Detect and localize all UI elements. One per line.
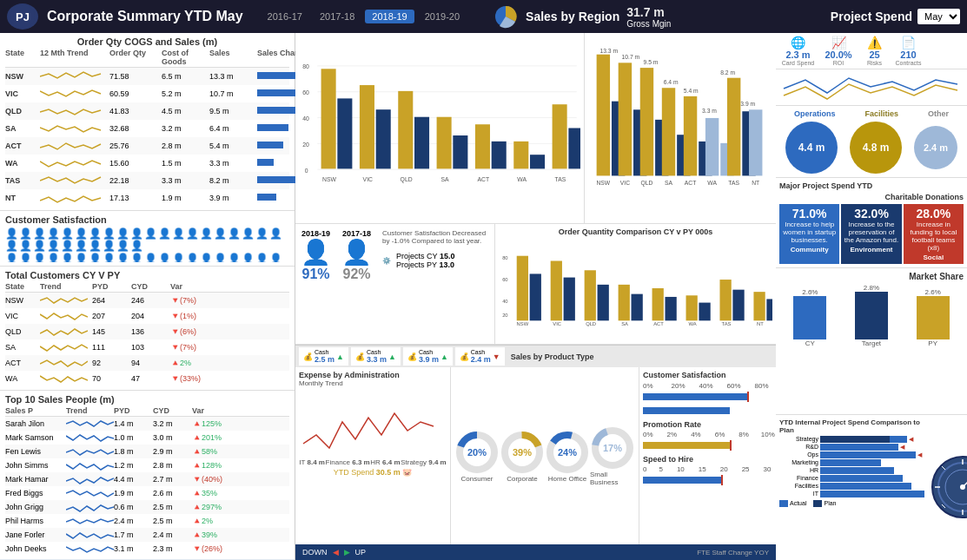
svg-text:20%: 20% <box>467 447 487 458</box>
cash-val-2: 3.3 m <box>367 355 387 364</box>
ytd-bar-strategy: Strategy ◀ <box>779 436 924 443</box>
corporate-label: Corporate <box>507 475 538 483</box>
svg-rect-33 <box>553 104 567 168</box>
total-cust-title: Total Customers CY V PY <box>5 270 289 280</box>
ytd-cat-it: IT <box>779 491 818 497</box>
svg-text:PJ: PJ <box>16 10 30 23</box>
sales-sa: 6.4 m <box>209 124 257 133</box>
svg-rect-52 <box>619 63 632 175</box>
cog-nt: 1.9 m <box>162 194 209 202</box>
tc-var-wa: 🔻(33%) <box>170 374 209 383</box>
donations-container: 71.0% Increase to help women in startup … <box>779 204 964 264</box>
t10-cyd-10: 2.3 m <box>153 544 192 553</box>
svg-text:40: 40 <box>502 299 507 304</box>
orderqty-vic: 60.59 <box>109 89 162 98</box>
year-2019[interactable]: 2019-20 <box>418 10 467 23</box>
ytd-bar-mkt: Marketing <box>779 459 924 466</box>
cash-icon-4: 💰 <box>460 352 469 361</box>
t10-name-3: Fen Lewis <box>5 447 66 456</box>
t10-cyd-3: 2.9 m <box>153 447 192 456</box>
cash-item-2: 💰 Cash3.3 m ▲ <box>351 347 401 366</box>
cash-up-2: ▲ <box>388 352 396 361</box>
svg-rect-64 <box>749 109 762 175</box>
table-header: State 12 Mth Trend Order Qty Cost of Goo… <box>5 49 289 68</box>
people-row-blue: 👤👤👤👤👤👤👤👤👤👤👤👤👤👤👤👤👤👤👤👤👤👤👤👤👤👤👤👤👤👤 <box>5 227 289 252</box>
svg-text:VIC: VIC <box>553 321 561 326</box>
svg-rect-25 <box>398 91 413 169</box>
cash-item-1: 💰 Cash2.5 m ▲ <box>299 347 348 366</box>
middle-bottom-row: 💰 Cash2.5 m ▲ 💰 Cash3.3 m ▲ 💰 Cash3.9 m … <box>295 346 776 560</box>
expense-labels: IT 8.4 m Finance 6.3 m HR 6.4 m Strategy… <box>299 458 447 466</box>
t10-pyd-6: 1.9 m <box>114 489 153 497</box>
svg-rect-28 <box>453 135 467 168</box>
tc-state-qld: QLD <box>5 327 40 336</box>
list-item: ACT 92 94 🔺2% <box>5 355 289 371</box>
sales-nsw: 13.3 m <box>209 72 257 81</box>
t10-name-7: John Grigg <box>5 503 66 511</box>
year-2016[interactable]: 2016-17 <box>261 10 309 23</box>
ytd-bar-actual-mkt <box>820 459 881 466</box>
down-up-bar: DOWN ◀ ▶ UP FTE Staff Change YOY <box>295 544 776 560</box>
tc-cyd-nsw: 246 <box>131 296 170 305</box>
trend-lines-area <box>776 69 967 106</box>
other-circle: 2.4 m <box>914 126 957 169</box>
svg-text:NT: NT <box>757 321 764 326</box>
t10-var-8: 🔺2% <box>192 517 235 525</box>
world-icon: 🌐 <box>791 36 805 49</box>
svg-text:VIC: VIC <box>363 176 373 182</box>
fte-label: FTE Staff Change YOY <box>697 549 769 557</box>
t10-var-9: 🔺39% <box>192 530 235 539</box>
svg-text:5.4 m: 5.4 m <box>684 88 699 94</box>
finance-label: Finance 6.3 m <box>326 458 370 466</box>
svg-text:6.4 m: 6.4 m <box>664 79 679 85</box>
state-wa: WA <box>5 159 40 168</box>
t10-cyd-7: 2.5 m <box>153 503 192 511</box>
svg-rect-29 <box>475 124 490 168</box>
region-chart-svg: 13.3 m 10.7 m 9.5 m 6.4 m 5.4 m 3.3 m 8.… <box>588 36 772 220</box>
svg-text:24%: 24% <box>558 447 577 458</box>
ytd-bar-actual-ops <box>820 451 916 458</box>
list-item: John Deeks 3.1 m 2.3 m 🔻(26%) <box>5 542 289 556</box>
list-item: Jane Forler 1.7 m 2.4 m 🔺39% <box>5 528 289 542</box>
t10-name-6: Fred Biggs <box>5 489 66 497</box>
list-item: Fred Biggs 1.9 m 2.6 m 🔺35% <box>5 486 289 500</box>
gross-mgin-value: 31.7 m <box>626 5 671 19</box>
svg-rect-82 <box>598 285 609 320</box>
gauge-section <box>928 418 967 557</box>
svg-rect-7 <box>257 142 283 148</box>
svg-text:NT: NT <box>752 180 759 186</box>
sparkline-qld <box>40 103 109 119</box>
svg-rect-58 <box>684 96 697 176</box>
t10-col-cyd: CYD <box>153 406 192 415</box>
month-selector[interactable]: MayJunJul <box>917 9 960 24</box>
csat-bar-1 <box>643 392 773 402</box>
cash-icon-3: 💰 <box>407 352 417 361</box>
donut-consumer-svg: 20% <box>454 430 500 475</box>
tc-col-state: State <box>5 282 40 291</box>
target-bar: 2.8% Target <box>855 284 888 347</box>
donation-social: 28.0% Increase in funding to local footb… <box>904 204 964 264</box>
svg-text:NSW: NSW <box>517 321 529 326</box>
t10-var-2: 🔺201% <box>192 433 235 442</box>
year-2018[interactable]: 2018-19 <box>365 10 414 23</box>
t10-trend-7 <box>66 501 114 513</box>
svg-rect-92 <box>766 299 772 320</box>
py-bar: 2.6% PY <box>917 288 950 347</box>
cust-table-header: State Trend PYD CYD Var <box>5 282 289 293</box>
ytd-cat-mkt: Marketing <box>779 459 818 465</box>
tc-state-wa: WA <box>5 374 40 383</box>
year-2017[interactable]: 2017-18 <box>313 10 361 23</box>
list-item: John Simms 1.2 m 2.8 m 🔺128% <box>5 458 289 472</box>
fac-circle: 4.8 m <box>850 122 902 174</box>
table-row: NSW 71.58 6.5 m 13.3 m <box>5 68 289 85</box>
contracts-label: Contracts <box>896 60 922 66</box>
ytd-title: YTD Internal Project Spend Comparison to… <box>779 418 924 434</box>
svg-rect-77 <box>517 256 528 321</box>
t10-trend-2 <box>66 432 114 444</box>
col-orderqty: Order Qty <box>109 49 162 66</box>
market-share-section: Market Share 2.6% CY 2.8% Target 2.6% <box>776 268 967 415</box>
svg-text:80: 80 <box>502 255 507 260</box>
svg-text:SA: SA <box>440 176 449 182</box>
svg-text:TAS: TAS <box>728 180 739 186</box>
t10-trend-1 <box>66 418 114 430</box>
